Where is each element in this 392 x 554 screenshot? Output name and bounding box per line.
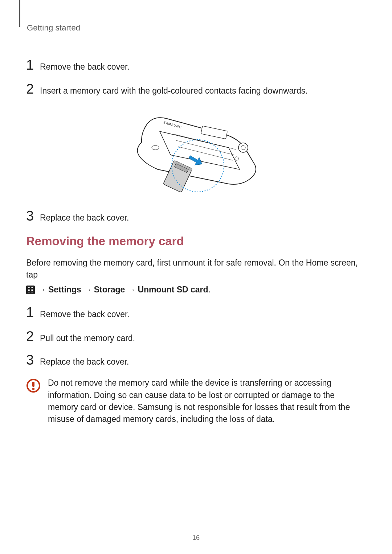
step-number: 2 bbox=[26, 329, 40, 343]
caution-text: Do not remove the memory card while the … bbox=[48, 377, 366, 425]
step-text: Replace the back cover. bbox=[40, 357, 129, 368]
section-heading-removing: Removing the memory card bbox=[26, 234, 366, 248]
remove-steps-list: 1 Remove the back cover. 2 Pull out the … bbox=[26, 305, 366, 368]
step-item: 1 Remove the back cover. bbox=[26, 305, 366, 320]
arrow-icon: → bbox=[83, 284, 92, 296]
step-number: 3 bbox=[26, 209, 40, 223]
insert-steps-list: 1 Remove the back cover. 2 Insert a memo… bbox=[26, 58, 366, 97]
page-header-section: Getting started bbox=[27, 23, 366, 33]
apps-grid-icon bbox=[26, 286, 35, 294]
svg-point-5 bbox=[235, 157, 238, 160]
path-period: . bbox=[208, 285, 211, 294]
step-item: 2 Insert a memory card with the gold-col… bbox=[26, 82, 366, 97]
device-illustration: SAMSUNG bbox=[26, 106, 366, 194]
step-number: 1 bbox=[26, 305, 40, 319]
step-item: 1 Remove the back cover. bbox=[26, 58, 366, 73]
path-storage: Storage bbox=[94, 284, 125, 296]
step-number: 1 bbox=[26, 58, 40, 72]
step-text: Pull out the memory card. bbox=[40, 333, 135, 344]
step-item: 3 Replace the back cover. bbox=[26, 353, 366, 368]
manual-page: Getting started 1 Remove the back cover.… bbox=[0, 0, 392, 554]
step-item: 3 Replace the back cover. bbox=[26, 209, 366, 223]
arrow-icon: → bbox=[127, 284, 135, 296]
insert-steps-list-cont: 3 Replace the back cover. bbox=[26, 209, 366, 223]
arrow-icon: → bbox=[38, 284, 46, 296]
step-text: Remove the back cover. bbox=[40, 62, 130, 73]
caution-callout: Do not remove the memory card while the … bbox=[26, 377, 366, 425]
step-number: 2 bbox=[26, 82, 40, 96]
phone-memory-card-illustration: SAMSUNG bbox=[120, 106, 272, 193]
step-text: Insert a memory card with the gold-colou… bbox=[40, 86, 308, 97]
step-item: 2 Pull out the memory card. bbox=[26, 329, 366, 344]
header-tick-mark bbox=[19, 0, 20, 27]
intro-paragraph-line1: Before removing the memory card, first u… bbox=[26, 257, 366, 281]
svg-rect-13 bbox=[32, 388, 34, 390]
step-number: 3 bbox=[26, 353, 40, 367]
navigation-path: → Settings → Storage → Unmount SD card. bbox=[26, 284, 366, 296]
step-text: Remove the back cover. bbox=[40, 309, 130, 320]
page-number: 16 bbox=[0, 534, 392, 542]
path-unmount: Unmount SD card bbox=[138, 285, 208, 294]
step-text: Replace the back cover. bbox=[40, 213, 129, 223]
caution-icon bbox=[26, 378, 41, 425]
svg-point-6 bbox=[152, 145, 159, 150]
path-settings: Settings bbox=[48, 284, 81, 296]
svg-rect-12 bbox=[32, 382, 34, 387]
svg-point-4 bbox=[241, 145, 245, 150]
